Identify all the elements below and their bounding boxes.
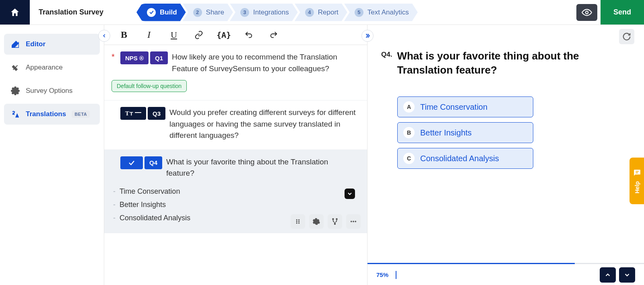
question-card-q3[interactable]: Tᴛ Q3 Would you prefer creating differen… xyxy=(104,100,367,150)
italic-button[interactable]: I xyxy=(142,28,156,42)
prev-question-button[interactable] xyxy=(600,267,616,283)
refresh-preview-button[interactable] xyxy=(619,29,634,44)
collapse-sidebar-button[interactable] xyxy=(98,30,110,42)
next-question-button[interactable] xyxy=(619,267,635,283)
redo-button[interactable] xyxy=(267,28,281,42)
sidebar-item-translations[interactable]: Translations BETA xyxy=(4,104,100,125)
preview-column: Q4. What is your favorite thing about th… xyxy=(367,25,644,285)
svg-point-9 xyxy=(332,218,334,219)
branch-icon xyxy=(331,218,339,225)
svg-point-2 xyxy=(296,219,297,220)
option-label: Time Conservation xyxy=(120,187,180,196)
refresh-icon xyxy=(622,32,631,41)
option-label: Better Insights xyxy=(120,201,166,209)
option-label: Time Conservation xyxy=(420,103,487,112)
required-indicator xyxy=(111,156,116,167)
gear-icon xyxy=(313,218,320,225)
step-number: 5 xyxy=(355,8,363,17)
progress-bar xyxy=(367,263,644,264)
question-card-q4[interactable]: Q4 What is your favorite thing about the… xyxy=(104,150,367,233)
option-label: Consolidated Analysis xyxy=(420,154,499,163)
more-icon xyxy=(350,218,357,225)
link-button[interactable] xyxy=(192,28,206,42)
preview-options: A Time Conservation B Better Insights C … xyxy=(397,96,533,169)
check-icon xyxy=(147,8,156,17)
step-text-analytics[interactable]: 5 Text Analytics xyxy=(344,4,418,21)
step-label: Share xyxy=(206,8,224,16)
preview-question-text: What is your favorite thing about the Tr… xyxy=(397,49,621,77)
sidebar-item-label: Editor xyxy=(26,40,45,48)
step-integrations[interactable]: 3 Integrations xyxy=(230,4,298,21)
left-sidebar: Editor Appearance Survey Options Transla… xyxy=(0,25,104,285)
sidebar-item-editor[interactable]: Editor xyxy=(4,34,100,55)
undo-button[interactable] xyxy=(242,28,256,42)
question-number-tag: Q4 xyxy=(144,156,162,169)
drag-handle[interactable] xyxy=(291,214,305,229)
more-button[interactable] xyxy=(346,214,361,229)
step-report[interactable]: 4 Report xyxy=(295,4,347,21)
svg-point-4 xyxy=(296,222,297,223)
sidebar-item-label: Appearance xyxy=(26,64,63,72)
home-icon xyxy=(10,7,20,18)
question-text[interactable]: Would you prefer creating different surv… xyxy=(169,107,358,141)
question-actions xyxy=(291,214,361,229)
logic-button[interactable] xyxy=(328,214,342,229)
svg-point-7 xyxy=(298,222,299,223)
collapse-options-button[interactable] xyxy=(345,189,355,199)
svg-point-10 xyxy=(336,218,337,219)
underline-button[interactable]: U xyxy=(167,28,181,42)
svg-point-6 xyxy=(298,221,299,222)
question-text[interactable]: What is your favorite thing about the Tr… xyxy=(166,156,358,179)
beta-badge: BETA xyxy=(72,111,90,118)
preview-option-b[interactable]: B Better Insights xyxy=(397,122,533,143)
link-icon xyxy=(194,31,203,39)
sidebar-item-survey-options[interactable]: Survey Options xyxy=(4,80,100,101)
step-number: 4 xyxy=(305,8,314,17)
option-letter: B xyxy=(403,127,415,138)
question-type-tag xyxy=(120,156,143,169)
help-tab[interactable]: Help xyxy=(630,158,644,204)
cursor-indicator xyxy=(396,271,396,279)
question-list[interactable]: * NPS ® Q1 How likely are you to recomme… xyxy=(104,45,367,285)
send-button[interactable]: Send xyxy=(601,0,644,25)
chevron-down-icon xyxy=(347,191,353,197)
step-build[interactable]: Build xyxy=(136,4,186,21)
bold-button[interactable]: B xyxy=(117,28,131,42)
preview-option-a[interactable]: A Time Conservation xyxy=(397,96,533,117)
preview-button[interactable] xyxy=(576,4,597,21)
question-text[interactable]: How likely are you to recommend the Tran… xyxy=(172,51,358,74)
home-button[interactable] xyxy=(0,0,30,25)
chat-icon xyxy=(633,168,642,177)
svg-point-3 xyxy=(296,221,297,222)
top-bar: Translation Survey Build 2 Share 3 Integ… xyxy=(0,0,644,25)
sidebar-item-appearance[interactable]: Appearance xyxy=(4,57,100,78)
survey-title: Translation Survey xyxy=(30,0,112,25)
option-row[interactable]: -Better Insights xyxy=(111,198,358,211)
chevron-down-icon xyxy=(623,271,631,279)
preview-footer: 75% xyxy=(367,264,644,285)
svg-point-12 xyxy=(351,221,352,222)
followup-badge[interactable]: Default follow-up question xyxy=(111,80,187,92)
option-row[interactable]: -Time Conservation xyxy=(111,185,358,198)
appearance-icon xyxy=(10,63,20,72)
question-number-tag: Q3 xyxy=(148,107,165,120)
question-settings-button[interactable] xyxy=(309,214,324,229)
step-label: Build xyxy=(160,8,177,16)
question-card-q1[interactable]: * NPS ® Q1 How likely are you to recomme… xyxy=(104,45,367,100)
svg-point-14 xyxy=(355,221,356,222)
step-label: Text Analytics xyxy=(367,8,409,16)
expand-preview-button[interactable] xyxy=(361,30,374,42)
question-type-tag: Tᴛ xyxy=(120,107,146,120)
preview-option-c[interactable]: C Consolidated Analysis xyxy=(397,148,533,169)
chevron-double-right-icon xyxy=(364,33,371,39)
variable-button[interactable]: {A} xyxy=(217,28,231,42)
step-share[interactable]: 2 Share xyxy=(183,4,233,21)
option-label: Better Insights xyxy=(420,128,472,137)
main-content: Editor Appearance Survey Options Transla… xyxy=(0,25,644,285)
required-indicator: * xyxy=(111,51,116,62)
question-type-tag: NPS ® xyxy=(120,51,149,64)
gear-icon xyxy=(10,86,20,95)
svg-point-5 xyxy=(298,219,299,220)
step-label: Report xyxy=(318,8,339,16)
wizard-steps: Build 2 Share 3 Integrations 4 Report 5 … xyxy=(136,0,418,25)
